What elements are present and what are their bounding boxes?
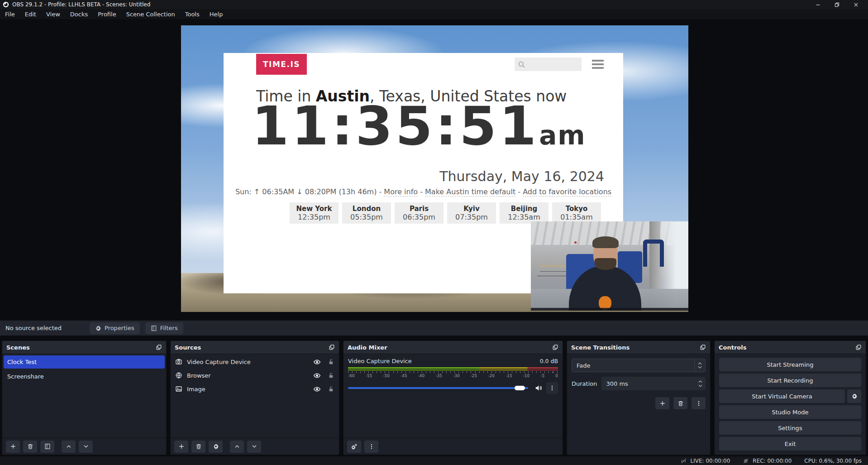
live-status: LIVE: 00:00:00 — [680, 457, 730, 464]
sources-panel: Sources Video Capture Device — [170, 340, 339, 455]
audio-mixer-toolbar — [343, 438, 563, 455]
start-virtual-camera-button[interactable]: Start Virtual Camera — [719, 389, 845, 403]
timeis-date: Thursday, May 16, 2024 — [439, 168, 604, 184]
webcam-bottom-edge — [531, 308, 688, 311]
exit-button[interactable]: Exit — [719, 437, 861, 451]
duration-spinbox[interactable]: 300 ms — [601, 377, 706, 390]
sources-panel-title: Sources — [175, 344, 201, 351]
filter-icon — [151, 325, 157, 331]
transition-select[interactable]: Fade — [572, 359, 706, 372]
properties-button[interactable]: Properties — [90, 322, 140, 334]
add-transition-button[interactable] — [655, 397, 669, 409]
volume-slider-handle[interactable] — [515, 386, 525, 390]
source-row-video-capture[interactable]: Video Capture Device — [171, 355, 339, 369]
add-source-button[interactable] — [174, 441, 188, 453]
world-time-newyork: New York 12:35pm — [290, 202, 339, 224]
scenes-panel-title: Scenes — [6, 344, 30, 351]
start-streaming-button[interactable]: Start Streaming — [719, 358, 861, 371]
source-context-toolbar: No source selected Properties Filters — [0, 320, 868, 336]
menu-scene-collection[interactable]: Scene Collection — [121, 9, 180, 19]
lock-icon[interactable] — [328, 386, 334, 393]
menu-file[interactable]: File — [0, 9, 20, 19]
person-figure — [531, 221, 688, 311]
obs-window: OBS 29.1.2 - Profile: LLHLS BETA - Scene… — [0, 0, 868, 465]
cpu-status: CPU: 0.6%, 30.00 fps — [804, 458, 862, 464]
source-row-image[interactable]: Image — [171, 382, 339, 396]
volume-meter-bottom — [348, 369, 558, 371]
remove-scene-button[interactable] — [23, 441, 37, 453]
sources-toolbar — [171, 438, 339, 455]
move-scene-down-button[interactable] — [79, 441, 93, 453]
menu-tools[interactable]: Tools — [180, 9, 205, 19]
scene-filters-button[interactable] — [40, 441, 54, 453]
popout-icon[interactable] — [329, 344, 335, 350]
spin-chevrons-icon[interactable] — [698, 377, 702, 390]
world-times-row: New York 12:35pm London 05:35pm Paris 06… — [290, 202, 601, 224]
timeis-sun-line: Sun: ↑ 06:35AM ↓ 08:20PM (13h 46m) - Mor… — [224, 187, 623, 196]
advanced-audio-button[interactable] — [347, 441, 361, 453]
scenes-panel: Scenes Clock Test Screenshare — [2, 340, 167, 455]
make-default-link: Make Austin time default — [425, 187, 515, 197]
stream-inactive-icon — [680, 457, 687, 464]
scene-item-clock-test[interactable]: Clock Test — [4, 355, 165, 369]
world-time-beijing: Beijing 12:35am — [500, 202, 548, 224]
globe-icon — [175, 372, 182, 379]
remove-transition-button[interactable] — [673, 397, 687, 409]
transition-menu-button[interactable] — [692, 397, 706, 409]
menu-docks[interactable]: Docks — [65, 9, 93, 19]
visibility-eye-icon[interactable] — [313, 358, 321, 366]
controls-panel: Controls Start Streaming Start Recording… — [714, 340, 866, 455]
timeis-logo: TIME.IS — [256, 54, 307, 75]
world-time-paris: Paris 06:35pm — [395, 202, 444, 224]
menu-view[interactable]: View — [41, 9, 65, 19]
scenes-toolbar — [2, 438, 166, 455]
lock-icon[interactable] — [328, 372, 334, 379]
volume-slider[interactable] — [348, 384, 531, 393]
restore-button[interactable] — [827, 0, 846, 9]
world-time-london: London 05:35pm — [342, 202, 391, 224]
add-scene-button[interactable] — [6, 441, 20, 453]
audio-mixer-panel-title: Audio Mixer — [348, 344, 387, 351]
webcam-overlay — [531, 221, 688, 311]
menu-help[interactable]: Help — [205, 9, 228, 19]
remove-source-button[interactable] — [191, 441, 205, 453]
scene-item-screenshare[interactable]: Screenshare — [4, 370, 165, 383]
mixer-menu-button[interactable] — [364, 441, 378, 453]
preview-area: TIME.IS Time in Austin, Texas, United St… — [0, 19, 868, 320]
popout-icon[interactable] — [700, 344, 706, 350]
rec-status: REC: 00:00:00 — [743, 458, 792, 464]
visibility-eye-icon[interactable] — [313, 385, 321, 393]
clock-ampm: am — [539, 120, 586, 151]
move-scene-up-button[interactable] — [62, 441, 76, 453]
studio-mode-button[interactable]: Studio Mode — [719, 405, 861, 419]
menu-profile[interactable]: Profile — [93, 9, 121, 19]
visibility-eye-icon[interactable] — [313, 372, 321, 379]
source-row-browser[interactable]: Browser — [171, 369, 339, 382]
move-source-up-button[interactable] — [230, 441, 244, 453]
scene-transitions-panel: Scene Transitions Fade Duration — [567, 340, 711, 455]
start-recording-button[interactable]: Start Recording — [719, 374, 861, 387]
move-source-down-button[interactable] — [247, 441, 261, 453]
menu-edit[interactable]: Edit — [20, 9, 41, 19]
volume-meter-top — [348, 367, 558, 369]
gear-icon — [851, 393, 858, 399]
popout-icon[interactable] — [552, 344, 558, 350]
title-bar: OBS 29.1.2 - Profile: LLHLS BETA - Scene… — [0, 0, 868, 9]
settings-button[interactable]: Settings — [719, 421, 861, 435]
speaker-icon[interactable] — [534, 384, 543, 392]
docks-area: Scenes Clock Test Screenshare — [0, 340, 868, 455]
close-button[interactable] — [846, 0, 865, 9]
clock-digits: 11:35:51 — [252, 95, 539, 157]
virtual-camera-settings-button[interactable] — [847, 389, 861, 403]
popout-icon[interactable] — [156, 344, 162, 350]
lock-icon[interactable] — [328, 359, 334, 365]
mixer-channel-menu-button[interactable] — [546, 382, 558, 394]
filters-button[interactable]: Filters — [145, 322, 183, 334]
audio-mixer-panel: Audio Mixer Video Capture Device 0.0 dB … — [343, 340, 563, 455]
popout-icon[interactable] — [855, 344, 862, 350]
preview-canvas[interactable]: TIME.IS Time in Austin, Texas, United St… — [181, 25, 688, 312]
source-properties-button[interactable] — [209, 441, 223, 453]
minimize-button[interactable] — [808, 0, 827, 9]
world-time-tokyo: Tokyo 01:35am — [552, 202, 601, 224]
camera-icon — [175, 358, 182, 365]
